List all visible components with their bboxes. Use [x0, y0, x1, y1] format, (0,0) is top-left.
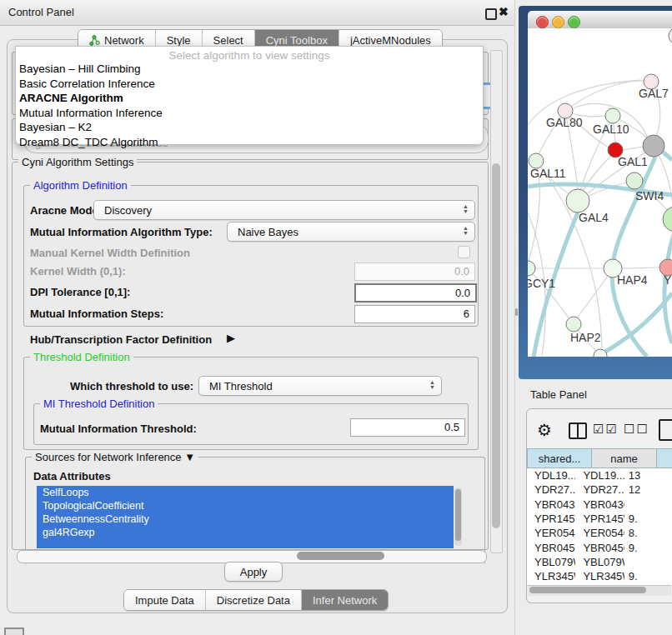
network-node-big-gray[interactable] [643, 135, 664, 157]
settings-vscrollbar-thumb[interactable] [492, 163, 500, 528]
table-cell: 9. [624, 542, 672, 554]
algorithm-option[interactable]: Dream8 DC_TDC Algorithm [16, 135, 483, 150]
table-cell: 9. [624, 570, 672, 582]
gear-icon[interactable]: ⚙ [537, 420, 552, 440]
network-edge[interactable] [622, 268, 659, 268]
zoom-traffic-light-icon[interactable] [568, 16, 580, 28]
table-row[interactable]: YER054CYER054C8. [527, 526, 672, 540]
algorithm-popup-prompt: Select algorithm to view settings [16, 49, 483, 62]
algorithm-option[interactable]: Mutual Information Inference [16, 106, 483, 121]
column-header-shared...[interactable]: shared... [527, 448, 592, 468]
table-row[interactable]: YBR043CYBR043C [527, 498, 672, 512]
dpi-tolerance-label: DPI Tolerance [0,1]: [30, 286, 130, 298]
network-view-canvas[interactable]: GAL7GAL80GAL10GAL1GAL11SWI4GAL4GCY1HAP4Y… [528, 28, 672, 357]
tab-impute-data[interactable]: Impute Data [124, 590, 205, 610]
network-node-hap2[interactable] [566, 317, 581, 332]
algorithm-option[interactable]: Basic Correlation Inference [16, 77, 483, 92]
mi-algorithm-type-combo[interactable]: Naive Bayes ▲▼ [227, 222, 475, 242]
aracne-mode-combo[interactable]: Discovery ▲▼ [93, 200, 475, 220]
tab-label: Infer Network [313, 594, 377, 607]
network-node-gal4[interactable] [566, 189, 589, 212]
expand-down-icon[interactable]: ▼ [184, 451, 195, 463]
node-label-gal11: GAL11 [530, 167, 566, 180]
mi-steps-field[interactable]: 6 [354, 305, 475, 323]
network-node-gal10[interactable] [605, 108, 620, 123]
tab-label: Select [213, 34, 243, 47]
algorithm-option[interactable]: ARACNE Algorithm [16, 91, 483, 106]
settings-hscrollbar-thumb[interactable] [297, 552, 384, 560]
network-node-swi4[interactable] [626, 172, 643, 189]
tab-label: jActiveMNodules [350, 34, 431, 47]
float-window-icon[interactable] [485, 8, 497, 20]
node-label-salmon: Y [664, 273, 672, 287]
column-header-name[interactable]: name [592, 448, 657, 468]
cyni-settings-title: Cyni Algorithm Settings [18, 156, 137, 168]
network-edge-thick[interactable] [597, 293, 672, 357]
table-cell: 9. [624, 512, 672, 525]
algorithm-option[interactable]: Bayesian – Hill Climbing [16, 62, 483, 77]
dpi-tolerance-field[interactable]: 0.0 [354, 283, 477, 302]
algorithm-option[interactable]: Bayesian – K2 [16, 120, 483, 135]
checked-boxes-icon[interactable]: ☑☑ [593, 422, 619, 437]
which-threshold-combo[interactable]: MI Threshold ▲▼ [198, 376, 442, 396]
attribute-item[interactable]: BetweennessCentrality [37, 512, 454, 526]
attribute-item[interactable]: gal4RGexp [37, 526, 454, 539]
table-row[interactable]: YDR27...YDR27...12 [527, 482, 672, 497]
data-attributes-list[interactable]: SelfLoopsTopologicalCoefficientBetweenne… [37, 486, 454, 548]
network-node-right-green[interactable] [663, 207, 672, 232]
table-hscrollbar-thumb[interactable] [529, 587, 646, 593]
attribute-item[interactable] [37, 539, 454, 548]
tab-label: Discretize Data [217, 594, 290, 607]
table-cell: YDR27... [527, 483, 575, 496]
split-pane-handle[interactable] [515, 308, 518, 316]
data-attributes-label: Data Attributes [33, 470, 111, 482]
table-row[interactable]: YLR345WYLR345W9. [527, 569, 672, 583]
tab-infer-network[interactable]: Infer Network [301, 590, 388, 610]
table-cell: YER054C [527, 527, 575, 539]
attributes-scrollbar-thumb[interactable] [455, 489, 461, 541]
hub-transcription-factor-section[interactable]: Hub/Transcription Factor Definition [30, 333, 212, 346]
close-traffic-light-icon[interactable] [536, 16, 549, 28]
minimize-traffic-light-icon[interactable] [552, 16, 564, 28]
close-icon[interactable]: ✖ [499, 5, 509, 18]
table-body: YDL19...YDL19...13YDR27...YDR27...12YBR0… [527, 468, 672, 585]
attribute-item[interactable]: SelfLoops [37, 486, 454, 499]
kernel-width-field[interactable]: 0.0 [354, 262, 475, 281]
network-edge[interactable] [528, 80, 642, 125]
table-row[interactable]: YBR045CYBR045C9. [527, 540, 672, 554]
control-panel-window: Control Panel ✖ gal4Filtered.sif default… [0, 0, 515, 635]
table-row[interactable]: YPR145WYPR145W9. [527, 512, 672, 526]
table-row[interactable]: YDL19...YDL19...13 [527, 468, 672, 482]
node-label-gal7: GAL7 [639, 87, 669, 100]
column-header-A[interactable]: A [657, 448, 672, 468]
unchecked-boxes-icon[interactable]: ☐☐ [624, 422, 649, 437]
table-cell: YPR145W [575, 512, 624, 525]
network-node-gcy1[interactable] [528, 261, 535, 276]
table-cell: YBR045C [575, 542, 624, 554]
network-edge-thick[interactable] [664, 232, 672, 343]
network-edge[interactable] [623, 147, 643, 150]
node-label-hap2: HAP2 [570, 331, 601, 344]
stepper-arrows-icon: ▲▼ [463, 204, 469, 214]
mi-steps-label: Mutual Information Steps: [30, 308, 163, 320]
table-cell: YPR145W [527, 512, 575, 525]
sources-title: Sources for Network Inference ▼ [32, 451, 198, 463]
network-node-top-arc[interactable] [669, 28, 672, 44]
node-label-gal80: GAL80 [546, 116, 583, 129]
apply-button[interactable]: Apply [224, 562, 283, 582]
attribute-item[interactable]: TopologicalCoefficient [37, 499, 454, 512]
mi-threshold-field[interactable]: 0.5 [350, 418, 465, 437]
table-row[interactable]: YBL079WYBL079W [527, 555, 672, 569]
table-header: shared...nameA [527, 448, 672, 468]
table-cell: YDR27... [575, 483, 624, 496]
network-window-titlebar[interactable] [528, 11, 672, 29]
tab-discretize-data[interactable]: Discretize Data [205, 590, 301, 610]
table-cell: YDL19... [527, 469, 575, 482]
minimized-panel-icon[interactable] [4, 628, 24, 635]
manual-kernel-checkbox[interactable] [458, 246, 470, 258]
tab-label: Impute Data [135, 594, 194, 607]
document-icon[interactable] [659, 419, 672, 441]
expand-right-icon[interactable]: ▶ [227, 332, 235, 344]
mi-threshold-label: Mutual Information Threshold: [40, 422, 197, 435]
columns-icon[interactable] [569, 422, 587, 439]
